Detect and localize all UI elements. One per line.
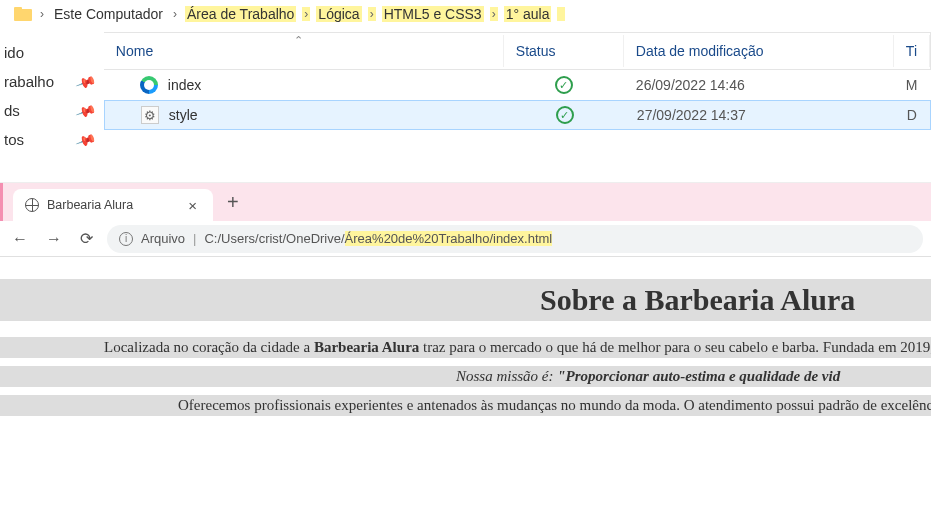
address-bar[interactable]: i Arquivo | C:/Users/crist/OneDrive/Área… xyxy=(107,225,923,253)
chevron-right-icon: › xyxy=(171,7,179,21)
new-tab-button[interactable]: + xyxy=(213,191,253,214)
column-header-modified[interactable]: Data de modificação xyxy=(624,35,894,67)
sidebar-item-label: rabalho xyxy=(4,73,54,90)
file-list: Nome ⌃ Status Data de modificação Ti ind… xyxy=(104,32,931,154)
chevron-right-icon: › xyxy=(38,7,46,21)
chevron-right-icon: › xyxy=(302,7,310,21)
file-name: style xyxy=(169,107,198,123)
sidebar-item[interactable]: ds 📌 xyxy=(0,96,104,125)
file-type: D xyxy=(895,103,930,127)
paragraph: Oferecemos profissionais experientes e a… xyxy=(0,395,931,416)
explorer-sidebar: ido rabalho 📌 ds 📌 tos 📌 xyxy=(0,32,104,154)
address-prefix: C:/Users/crist/OneDrive/ xyxy=(204,231,344,246)
sidebar-item-label: tos xyxy=(4,131,24,148)
column-header-status[interactable]: Status xyxy=(504,35,624,67)
reload-button[interactable]: ⟳ xyxy=(76,229,97,248)
breadcrumb-item[interactable]: Área de Trabalho xyxy=(185,6,296,22)
browser-window: Barbearia Alura × + ← → ⟳ i Arquivo | C:… xyxy=(0,182,931,416)
breadcrumb[interactable]: › Este Computador › Área de Trabalho › L… xyxy=(0,0,931,32)
column-header-type[interactable]: Ti xyxy=(894,35,930,67)
page-heading: Sobre a Barbearia Alura xyxy=(0,279,931,321)
text: traz para o mercado o que há de melhor p… xyxy=(419,339,931,355)
file-row[interactable]: index ✓ 26/09/2022 14:46 M xyxy=(104,70,931,100)
breadcrumb-item[interactable]: HTML5 e CSS3 xyxy=(382,6,484,22)
address-highlight: Área%20de%20Trabalho/index.html xyxy=(345,231,553,246)
tab-title: Barbearia Alura xyxy=(47,198,176,212)
site-info-icon[interactable]: i xyxy=(119,232,133,246)
pin-icon: 📌 xyxy=(74,71,96,93)
page-content: Sobre a Barbearia Alura Localizada no co… xyxy=(0,257,931,416)
pin-icon: 📌 xyxy=(74,129,96,151)
address-text: C:/Users/crist/OneDrive/Área%20de%20Trab… xyxy=(204,231,552,246)
globe-icon xyxy=(25,198,39,212)
sidebar-item-label: ido xyxy=(4,44,24,61)
back-button[interactable]: ← xyxy=(8,230,32,248)
breadcrumb-item[interactable]: 1° aula xyxy=(504,6,552,22)
sidebar-item[interactable]: rabalho 📌 xyxy=(0,67,104,96)
column-headers: Nome ⌃ Status Data de modificação Ti xyxy=(104,32,931,70)
address-scheme: Arquivo xyxy=(141,231,185,246)
text-bold: "Proporcionar auto-estima e qualidade de… xyxy=(557,368,840,384)
file-modified: 27/09/2022 14:37 xyxy=(625,103,895,127)
pin-icon: 📌 xyxy=(74,100,96,122)
tab-strip: Barbearia Alura × + xyxy=(0,183,931,221)
file-explorer: › Este Computador › Área de Trabalho › L… xyxy=(0,0,931,154)
paragraph: Localizada no coração da cidade a Barbea… xyxy=(0,337,931,358)
sidebar-item[interactable]: ido xyxy=(0,38,104,67)
file-type: M xyxy=(894,73,931,97)
text: Localizada no coração da cidade a xyxy=(104,339,314,355)
breadcrumb-root[interactable]: Este Computador xyxy=(52,6,165,22)
breadcrumb-item[interactable]: Lógica xyxy=(316,6,361,22)
paragraph: Nossa missão é: "Proporcionar auto-estim… xyxy=(0,366,931,387)
sort-caret-icon: ⌃ xyxy=(294,34,303,47)
status-synced-icon: ✓ xyxy=(555,76,573,94)
status-synced-icon: ✓ xyxy=(556,106,574,124)
file-row[interactable]: style ✓ 27/09/2022 14:37 D xyxy=(104,100,931,130)
column-header-name[interactable]: Nome ⌃ xyxy=(104,35,504,67)
chevron-right-icon: › xyxy=(368,7,376,21)
forward-button[interactable]: → xyxy=(42,230,66,248)
file-modified: 26/09/2022 14:46 xyxy=(624,73,894,97)
browser-tab[interactable]: Barbearia Alura × xyxy=(13,189,213,221)
text-bold: Barbearia Alura xyxy=(314,339,419,355)
address-separator: | xyxy=(193,231,196,246)
chevron-right-icon xyxy=(557,7,564,21)
edge-browser-icon xyxy=(140,76,158,94)
sidebar-item-label: ds xyxy=(4,102,20,119)
browser-toolbar: ← → ⟳ i Arquivo | C:/Users/crist/OneDriv… xyxy=(0,221,931,257)
column-label: Nome xyxy=(116,43,153,59)
folder-icon xyxy=(14,7,32,21)
chevron-right-icon: › xyxy=(490,7,498,21)
close-tab-button[interactable]: × xyxy=(184,197,201,214)
file-name: index xyxy=(168,77,201,93)
sidebar-item[interactable]: tos 📌 xyxy=(0,125,104,154)
text: Nossa missão é: xyxy=(456,368,557,384)
text: Oferecemos profissionais experientes e a… xyxy=(178,397,931,413)
settings-file-icon xyxy=(141,106,159,124)
